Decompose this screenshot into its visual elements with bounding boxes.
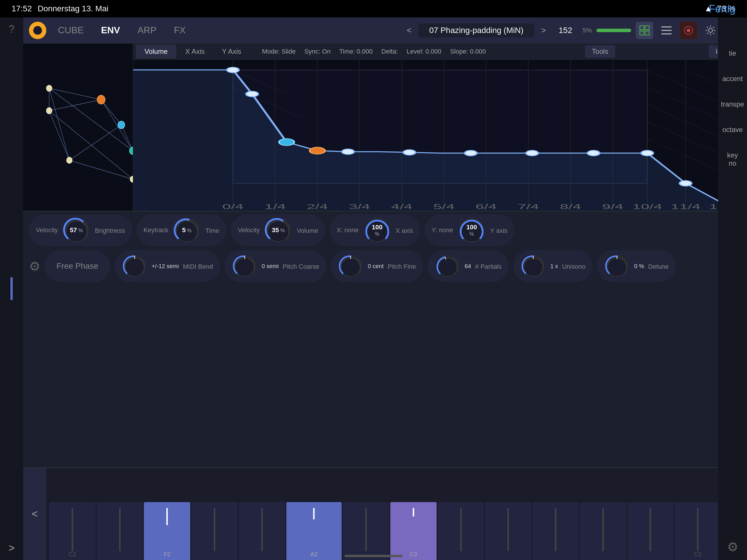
- piano-key-13[interactable]: [627, 502, 674, 560]
- time-knob[interactable]: 5 %: [172, 216, 201, 245]
- detune-knob[interactable]: [604, 253, 630, 279]
- sync-info: Sync: On: [304, 48, 330, 55]
- left-arrow-button[interactable]: >: [8, 542, 15, 554]
- piano-key-c2-end[interactable]: C2: [675, 502, 721, 560]
- brightness-value: 57: [70, 226, 77, 234]
- svg-text:1/4: 1/4: [264, 203, 286, 211]
- pitch-coarse-group: 0 semi Pitch Coarse: [225, 250, 326, 282]
- slider-f2: [166, 508, 168, 525]
- next-preset-button[interactable]: >: [539, 23, 548, 37]
- piano-left-nav[interactable]: <: [23, 468, 46, 560]
- x-axis-label: X axis: [396, 227, 413, 234]
- menu-button[interactable]: [658, 22, 675, 39]
- piano-key-11[interactable]: [533, 502, 579, 560]
- node-graph[interactable]: [23, 44, 133, 211]
- prev-preset-button[interactable]: <: [405, 23, 414, 37]
- slider-c2-end: [697, 508, 699, 551]
- midi-bend-knob[interactable]: [122, 253, 148, 279]
- preset-name[interactable]: 07 Phazing-padding (MiN): [418, 23, 534, 37]
- midi-bend-value: +/-12 semi: [152, 263, 179, 270]
- unisono-label: Unisono: [562, 263, 586, 271]
- piano-key-10[interactable]: [485, 502, 531, 560]
- brightness-knob[interactable]: 57 %: [62, 216, 91, 245]
- midi-bend-group: +/-12 semi MIDI Bend: [115, 250, 220, 282]
- time-info: Time: 0.000: [339, 48, 372, 55]
- slider-12: [602, 508, 604, 551]
- right-gear-icon[interactable]: ⚙: [727, 539, 738, 554]
- time-display: 17:52: [11, 4, 32, 13]
- svg-point-25: [46, 85, 52, 92]
- key-label-c3: C3: [410, 551, 417, 558]
- logo[interactable]: [29, 22, 46, 39]
- svg-rect-2: [640, 31, 644, 35]
- tab-env[interactable]: ENV: [95, 22, 126, 39]
- tools-button[interactable]: Tools: [585, 45, 615, 58]
- tab-xaxis[interactable]: X Axis: [177, 45, 213, 58]
- svg-point-9: [709, 28, 713, 32]
- svg-point-59: [246, 91, 258, 97]
- env-graph[interactable]: 0/4 1/4 2/4 3/4 4/4 5/4 6/4 7/4 8/4 9/4 …: [133, 60, 747, 211]
- y-axis-knob[interactable]: 100 %: [457, 216, 486, 245]
- time-value: 5: [182, 226, 186, 234]
- y-axis-group: Y: none 100 % Y axis: [424, 214, 514, 246]
- level-info: Level: 0.000: [407, 48, 441, 55]
- piano-key-2[interactable]: [97, 502, 143, 560]
- svg-point-65: [526, 150, 538, 156]
- main-content: Volume X Axis Y Axis Mode: Slide Sync: O…: [23, 44, 747, 560]
- time-unit: %: [187, 228, 192, 233]
- volume-value: 35: [272, 226, 279, 234]
- partials-knob[interactable]: [435, 253, 461, 279]
- svg-rect-0: [640, 26, 644, 30]
- grid-button[interactable]: [636, 22, 653, 39]
- knob-row-1: Velocity 57 % Brightness: [29, 214, 741, 246]
- slider-9: [460, 508, 462, 551]
- piano-key-9[interactable]: [438, 502, 484, 560]
- volume-knob[interactable]: 35 %: [264, 216, 293, 245]
- tab-cube[interactable]: CUBE: [52, 22, 89, 39]
- x-axis-value: 100: [372, 224, 383, 231]
- slider-4: [214, 508, 215, 551]
- unisono-knob[interactable]: [520, 253, 546, 279]
- piano-key-12[interactable]: [580, 502, 626, 560]
- left-indicator-bar: [10, 277, 13, 300]
- y-none-label: Y: none: [431, 226, 453, 234]
- node-graph-svg: [23, 44, 133, 211]
- piano-key-4[interactable]: [191, 502, 238, 560]
- x-axis-unit: %: [375, 231, 380, 237]
- bottom-gear-icon[interactable]: ⚙: [29, 259, 40, 274]
- pitch-fine-knob[interactable]: [338, 253, 364, 279]
- pitch-fine-group: 0 cent Pitch Fine: [331, 250, 423, 282]
- velocity-brightness-group: Velocity 57 % Brightness: [29, 214, 132, 246]
- svg-point-8: [687, 29, 690, 32]
- right-item-accent: accent: [720, 72, 746, 86]
- key-label-c2: C2: [69, 551, 76, 558]
- detune-label: Detune: [648, 263, 669, 271]
- record-button[interactable]: [680, 22, 697, 39]
- level-bar: [596, 29, 631, 32]
- x-axis-knob[interactable]: 100 %: [363, 216, 392, 245]
- pitch-fine-value: 0 cent: [368, 263, 383, 270]
- time-label: Time: [205, 227, 219, 234]
- tab-fx[interactable]: FX: [168, 22, 192, 39]
- tab-yaxis[interactable]: Y Axis: [214, 45, 249, 58]
- piano-key-c3[interactable]: C3: [390, 502, 437, 560]
- tab-arp[interactable]: ARP: [132, 22, 162, 39]
- tab-volume[interactable]: Volume: [136, 45, 176, 58]
- piano-key-c2[interactable]: C2: [49, 502, 96, 560]
- piano-key-7[interactable]: [343, 502, 389, 560]
- piano-key-a2[interactable]: A2: [286, 502, 342, 560]
- svg-text:0/4: 0/4: [222, 203, 244, 211]
- pitch-coarse-knob[interactable]: [232, 253, 258, 279]
- x-none-label: X: none: [337, 226, 359, 234]
- left-question-icon[interactable]: ?: [9, 23, 15, 35]
- top-section: Volume X Axis Y Axis Mode: Slide Sync: O…: [23, 44, 747, 211]
- settings-button[interactable]: [702, 22, 719, 39]
- fertig-button[interactable]: Fertig: [709, 3, 736, 15]
- free-phase-label: Free Phase: [45, 250, 110, 282]
- piano-key-5[interactable]: [239, 502, 285, 560]
- env-info: Mode: Slide Sync: On Time: 0.000 Delta: …: [256, 48, 492, 55]
- mode-info: Mode: Slide: [262, 48, 295, 55]
- keytrack-label: Keytrack: [144, 226, 169, 234]
- svg-text:11/4: 11/4: [671, 203, 700, 211]
- piano-key-f2[interactable]: F2: [144, 502, 190, 560]
